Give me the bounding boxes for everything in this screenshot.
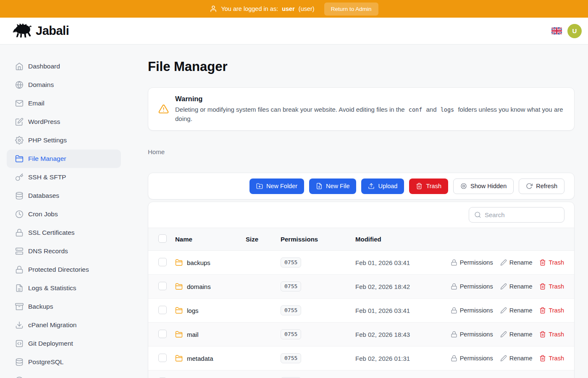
- warning-text: Deleting or modifying system files can b…: [175, 105, 564, 123]
- main-content: File Manager Warning Deleting or modifyi…: [128, 45, 588, 378]
- search-row: [148, 202, 574, 228]
- refresh-icon: [526, 183, 533, 189]
- sidebar-item-backups[interactable]: Backups: [7, 297, 121, 316]
- sidebar-item-wordpress[interactable]: WordPress: [7, 113, 121, 131]
- lock-icon: [451, 307, 457, 314]
- sidebar-item-php-settings[interactable]: PHP Settings: [7, 131, 121, 150]
- row-checkbox[interactable]: [158, 306, 167, 314]
- sidebar-item-partial[interactable]: [7, 371, 121, 378]
- brand[interactable]: Jabali: [13, 23, 69, 39]
- sidebar-item-label: Backups: [28, 303, 53, 310]
- sidebar-item-label: WordPress: [28, 118, 60, 126]
- column-header-name: Name: [175, 236, 246, 243]
- sidebar-item-email[interactable]: Email: [7, 94, 121, 113]
- sidebar-item-label: Logs & Statistics: [28, 284, 76, 292]
- new-file-button[interactable]: New File: [309, 178, 356, 194]
- column-header-modified: Modified: [355, 236, 564, 243]
- row-rename-button[interactable]: Rename: [500, 283, 533, 290]
- home-icon: [15, 62, 24, 71]
- sidebar-item-ssh-sftp[interactable]: SSH & SFTP: [7, 168, 121, 186]
- logged-in-username: user: [282, 5, 295, 12]
- sidebar-item-git-deployment[interactable]: Git Deployment: [7, 334, 121, 353]
- file-name-cell[interactable]: metadata: [175, 354, 246, 362]
- sidebar-item-label: Email: [28, 100, 45, 107]
- sidebar-item-cpanel-migration[interactable]: cPanel Migration: [7, 316, 121, 334]
- return-to-admin-button[interactable]: Return to Admin: [324, 3, 378, 16]
- sidebar-item-ssl-certificates[interactable]: SSL Certificates: [7, 223, 121, 242]
- row-permissions-button[interactable]: Permissions: [451, 307, 493, 314]
- permissions-badge: 0755: [281, 353, 301, 363]
- sidebar-item-dns-records[interactable]: DNS Records: [7, 242, 121, 260]
- row-trash-button[interactable]: Trash: [539, 331, 564, 338]
- page-title: File Manager: [148, 59, 575, 74]
- lock-icon: [451, 355, 457, 362]
- row-trash-button[interactable]: Trash: [539, 307, 564, 314]
- database-icon: [15, 192, 24, 200]
- row-checkbox[interactable]: [158, 354, 167, 362]
- pencil-icon: [500, 259, 507, 266]
- sidebar-item-databases[interactable]: Databases: [7, 186, 121, 205]
- pencil-icon: [500, 355, 507, 362]
- row-trash-button[interactable]: Trash: [539, 283, 564, 290]
- file-name-cell[interactable]: backups: [175, 259, 246, 266]
- new-folder-button[interactable]: New Folder: [249, 178, 304, 194]
- sidebar-item-label: Domains: [28, 81, 54, 89]
- globe-icon: [15, 81, 24, 89]
- sidebar: DashboardDomainsEmailWordPressPHP Settin…: [0, 45, 128, 378]
- table-row-backups: backups0755Feb 01, 2026 03:41Permissions…: [148, 251, 574, 275]
- sidebar-item-file-manager[interactable]: File Manager: [7, 150, 121, 168]
- language-flag-icon[interactable]: [551, 27, 562, 34]
- row-rename-button[interactable]: Rename: [500, 355, 533, 362]
- trash-button[interactable]: Trash: [409, 178, 448, 194]
- modified-date: Feb 02, 2026 18:43: [355, 331, 451, 338]
- refresh-button[interactable]: Refresh: [519, 178, 564, 194]
- clock-icon: [15, 210, 24, 218]
- user-avatar[interactable]: U: [567, 24, 582, 38]
- row-checkbox[interactable]: [158, 282, 167, 290]
- file-name-cell[interactable]: domains: [175, 283, 246, 290]
- row-trash-button[interactable]: Trash: [539, 355, 564, 362]
- folder-icon: [175, 331, 183, 338]
- row-permissions-button[interactable]: Permissions: [451, 355, 493, 362]
- file-name: backups: [187, 259, 210, 266]
- row-rename-button[interactable]: Rename: [500, 331, 533, 338]
- file-name-cell[interactable]: mail: [175, 331, 246, 338]
- row-permissions-button[interactable]: Permissions: [451, 283, 493, 290]
- sidebar-item-dashboard[interactable]: Dashboard: [7, 57, 121, 76]
- file-name: metadata: [187, 355, 213, 362]
- boar-logo-icon: [13, 23, 32, 39]
- row-rename-button[interactable]: Rename: [500, 259, 533, 266]
- row-checkbox[interactable]: [158, 258, 167, 266]
- lock-icon: [15, 265, 24, 274]
- lock-icon: [15, 228, 24, 237]
- permissions-badge: 0755: [281, 305, 301, 315]
- mail-icon: [15, 99, 24, 108]
- sidebar-item-postgresql[interactable]: PostgreSQL: [7, 353, 121, 371]
- row-trash-button[interactable]: Trash: [539, 259, 564, 266]
- show-hidden-button[interactable]: Show Hidden: [453, 178, 514, 194]
- row-checkbox[interactable]: [158, 330, 167, 338]
- sidebar-item-label: cPanel Migration: [28, 321, 76, 329]
- file-name-cell[interactable]: logs: [175, 307, 246, 314]
- sidebar-item-cron-jobs[interactable]: Cron Jobs: [7, 205, 121, 223]
- folder-icon: [15, 155, 24, 163]
- select-all-checkbox[interactable]: [158, 234, 167, 243]
- sidebar-item-protected-directories[interactable]: Protected Directories: [7, 260, 121, 279]
- sidebar-item-label: Cron Jobs: [28, 210, 58, 218]
- pencil-icon: [500, 307, 507, 314]
- upload-button[interactable]: Upload: [361, 178, 404, 194]
- row-rename-button[interactable]: Rename: [500, 307, 533, 314]
- breadcrumb-home[interactable]: Home: [148, 148, 165, 155]
- folder-icon: [175, 283, 183, 290]
- trash-icon: [539, 331, 546, 338]
- logged-in-message: You are logged in as:: [221, 5, 278, 12]
- column-header-permissions: Permissions: [281, 236, 355, 243]
- search-input[interactable]: [485, 211, 559, 218]
- warning-alert: Warning Deleting or modifying system fil…: [148, 87, 575, 131]
- eye-icon: [460, 183, 467, 189]
- row-permissions-button[interactable]: Permissions: [451, 259, 493, 266]
- sidebar-item-domains[interactable]: Domains: [7, 76, 121, 94]
- row-permissions-button[interactable]: Permissions: [451, 331, 493, 338]
- download-icon: [15, 321, 24, 329]
- sidebar-item-logs-statistics[interactable]: Logs & Statistics: [7, 279, 121, 297]
